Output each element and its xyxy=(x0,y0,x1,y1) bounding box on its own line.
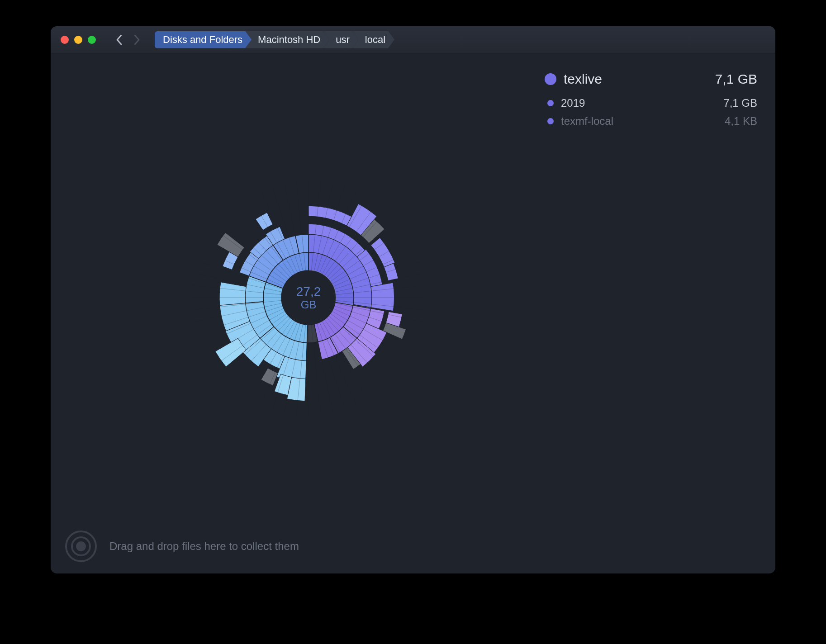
forward-button[interactable] xyxy=(129,33,144,47)
drop-hint: Drag and drop files here to collect them xyxy=(109,540,299,553)
sunburst-center-label: GB xyxy=(301,298,317,311)
drop-zone[interactable]: Drag and drop files here to collect them xyxy=(51,519,775,573)
breadcrumb-item[interactable]: Disks and Folders xyxy=(155,31,252,48)
sunburst-chart[interactable]: 27,2GB xyxy=(132,121,485,474)
sunburst-segment[interactable] xyxy=(219,282,246,305)
back-button[interactable] xyxy=(112,33,127,47)
selection-child-row[interactable]: 20197,1 GB xyxy=(545,94,757,112)
child-color-dot xyxy=(547,118,554,124)
chart-zone: 27,2GB xyxy=(51,53,545,573)
window-controls xyxy=(61,36,96,44)
body: 27,2GB texlive 7,1 GB 20197,1 GBtexmf-lo… xyxy=(51,53,775,573)
sunburst-segment[interactable] xyxy=(371,283,394,311)
breadcrumb-item[interactable]: Macintosh HD xyxy=(245,31,329,48)
minimize-window-button[interactable] xyxy=(74,36,82,44)
selection-child-row[interactable]: texmf-local4,1 KB xyxy=(545,112,757,130)
sunburst-center-label: 27,2 xyxy=(296,284,321,298)
nav-buttons xyxy=(112,33,144,47)
zoom-window-button[interactable] xyxy=(88,36,96,44)
selection-color-dot xyxy=(545,73,556,85)
collect-icon xyxy=(65,530,97,562)
child-size: 4,1 KB xyxy=(725,115,757,128)
selection-children: 20197,1 GBtexmf-local4,1 KB xyxy=(545,94,757,130)
breadcrumbs: Disks and FoldersMacintosh HDusrlocal xyxy=(155,31,394,48)
selection-name: texlive xyxy=(564,71,708,87)
close-window-button[interactable] xyxy=(61,36,69,44)
sunburst-segment[interactable] xyxy=(256,213,273,230)
child-name: texmf-local xyxy=(561,115,717,128)
sunburst-segment[interactable] xyxy=(261,368,278,386)
child-color-dot xyxy=(547,100,554,106)
app-window: Disks and FoldersMacintosh HDusrlocal 27… xyxy=(51,26,775,573)
selection-size: 7,1 GB xyxy=(715,71,757,87)
selection-title-row: texlive 7,1 GB xyxy=(545,71,757,87)
titlebar: Disks and FoldersMacintosh HDusrlocal xyxy=(51,26,775,53)
selection-panel: texlive 7,1 GB 20197,1 GBtexmf-local4,1 … xyxy=(545,53,775,573)
child-name: 2019 xyxy=(561,97,716,109)
child-size: 7,1 GB xyxy=(723,97,757,109)
